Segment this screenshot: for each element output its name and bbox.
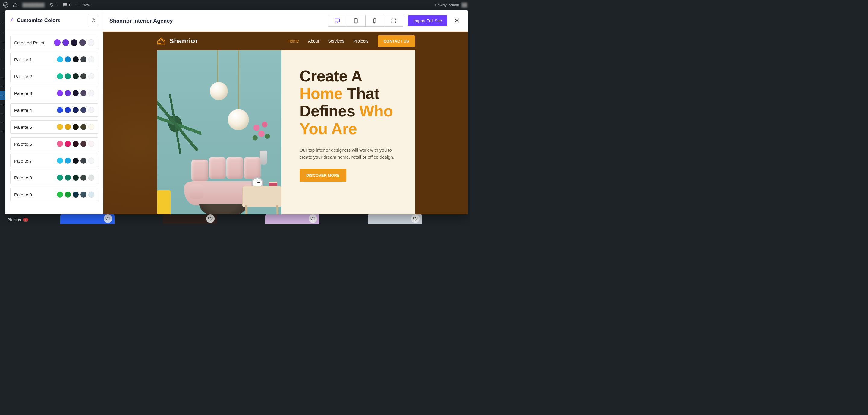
palette-swatches bbox=[57, 107, 94, 113]
howdy-text[interactable]: Howdy, admin bbox=[435, 3, 459, 7]
favorite-icon[interactable] bbox=[411, 214, 420, 223]
sidebar-item-plugins[interactable]: Plugins 1 bbox=[5, 216, 30, 224]
template-card[interactable] bbox=[60, 214, 115, 224]
palette-label: Palette 4 bbox=[14, 108, 57, 113]
customizer-modal: Customize Colors Selected Pallet Palette… bbox=[5, 10, 468, 214]
hero-image bbox=[157, 50, 281, 214]
palette-row[interactable]: Palette 5 bbox=[10, 120, 98, 134]
mobile-view-button[interactable] bbox=[366, 16, 384, 26]
sidebar-active-item[interactable]: ⋯ bbox=[0, 91, 5, 100]
palette-row[interactable]: Palette 6 bbox=[10, 137, 98, 150]
palette-row[interactable]: Palette 9 bbox=[10, 188, 98, 201]
reset-button[interactable] bbox=[89, 16, 98, 25]
palette-swatches bbox=[57, 158, 94, 164]
svg-rect-1 bbox=[335, 19, 340, 22]
nav-home[interactable]: Home bbox=[288, 39, 299, 43]
favorite-icon[interactable] bbox=[309, 214, 317, 223]
palette-label: Palette 8 bbox=[14, 175, 57, 180]
palette-label: Palette 2 bbox=[14, 74, 57, 79]
back-button[interactable] bbox=[10, 18, 14, 23]
wp-admin-bar: ████████ 1 0 New Howdy, admin ██ bbox=[0, 0, 470, 10]
template-title: Shanrior Interior Agency bbox=[110, 18, 173, 24]
close-button[interactable] bbox=[452, 16, 462, 26]
hero-section: Create A Home That Defines Who You Are O… bbox=[157, 50, 415, 214]
tablet-view-button[interactable] bbox=[347, 16, 366, 26]
new-content[interactable]: New bbox=[75, 2, 90, 7]
palette-label: Palette 6 bbox=[14, 142, 57, 147]
template-thumbnails bbox=[60, 214, 467, 224]
palette-row[interactable]: Palette 1 bbox=[10, 53, 98, 66]
palette-label: Palette 5 bbox=[14, 124, 57, 130]
nav-projects[interactable]: Projects bbox=[353, 39, 369, 43]
palette-label: Palette 9 bbox=[14, 192, 57, 197]
palette-label: Palette 3 bbox=[14, 91, 57, 96]
palette-row[interactable]: Palette 3 bbox=[10, 87, 98, 100]
palette-swatches bbox=[57, 73, 94, 79]
favorite-icon[interactable] bbox=[206, 214, 215, 223]
comments-icon[interactable]: 0 bbox=[62, 2, 71, 7]
panel-title: Customize Colors bbox=[17, 18, 86, 24]
svg-point-3 bbox=[356, 22, 356, 23]
palette-swatches bbox=[57, 191, 94, 198]
template-card[interactable] bbox=[265, 214, 319, 224]
palette-row[interactable]: Palette 8 bbox=[10, 171, 98, 184]
palette-swatches bbox=[57, 90, 94, 96]
discover-button[interactable]: DISCOVER MORE bbox=[300, 169, 346, 182]
selected-swatches bbox=[54, 39, 94, 46]
updates-icon[interactable]: 1 bbox=[49, 2, 58, 7]
site-logo[interactable]: Shanrior bbox=[156, 36, 198, 46]
wp-admin-sidebar: ⋯⋯⋯⋯ ⋯⋯⋯⋯ ⋯⋯ ⋯⋯⋯⋯ bbox=[0, 10, 5, 225]
site-name-blurred: ████████ bbox=[22, 3, 44, 7]
svg-point-5 bbox=[375, 22, 375, 23]
palette-swatches bbox=[57, 175, 94, 181]
import-button[interactable]: Import Full Site bbox=[408, 16, 447, 26]
viewport-switch bbox=[328, 15, 403, 27]
plugins-count-badge: 1 bbox=[23, 218, 28, 222]
palette-row[interactable]: Palette 4 bbox=[10, 103, 98, 117]
logo-icon bbox=[156, 36, 166, 46]
avatar-blurred: ██ bbox=[462, 3, 467, 7]
template-card[interactable] bbox=[368, 214, 422, 224]
wp-logo-icon[interactable] bbox=[3, 2, 8, 7]
palette-label: Palette 1 bbox=[14, 57, 57, 62]
palette-swatches bbox=[57, 141, 94, 147]
palette-label: Palette 7 bbox=[14, 158, 57, 164]
customize-panel: Customize Colors Selected Pallet Palette… bbox=[5, 10, 103, 214]
home-icon[interactable] bbox=[13, 2, 18, 7]
preview-pane: Shanrior Interior Agency Import Full Sit… bbox=[103, 10, 468, 214]
contact-button[interactable]: CONTACT US bbox=[378, 35, 415, 47]
palette-swatches bbox=[57, 56, 94, 62]
hero-body: Our top interior designers will work wit… bbox=[300, 147, 399, 161]
site-navbar: Shanrior Home About Services Projects CO… bbox=[156, 32, 415, 50]
fullscreen-button[interactable] bbox=[384, 16, 403, 26]
nav-about[interactable]: About bbox=[308, 39, 319, 43]
palette-row[interactable]: Palette 7 bbox=[10, 154, 98, 168]
template-card[interactable] bbox=[163, 214, 217, 224]
hero-heading: Create A Home That Defines Who You Are bbox=[300, 67, 399, 138]
site-preview: Shanrior Home About Services Projects CO… bbox=[103, 32, 468, 214]
desktop-view-button[interactable] bbox=[328, 16, 347, 26]
nav-services[interactable]: Services bbox=[328, 39, 344, 43]
selected-palette-row[interactable]: Selected Pallet bbox=[10, 36, 98, 49]
favorite-icon[interactable] bbox=[104, 214, 112, 223]
palette-swatches bbox=[57, 124, 94, 130]
palette-row[interactable]: Palette 2 bbox=[10, 70, 98, 83]
palette-list: Selected Pallet Palette 1Palette 2Palett… bbox=[5, 31, 103, 214]
